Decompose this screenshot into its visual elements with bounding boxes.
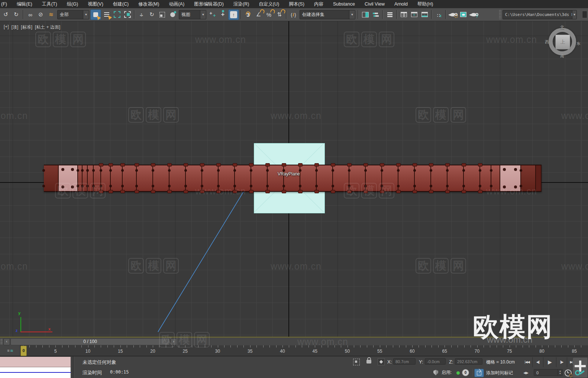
curve-editor-icon[interactable]: ≈ (409, 10, 419, 20)
toolbar-edge-icon[interactable] (578, 10, 588, 20)
key-mode-toggle[interactable]: ◀▶ (523, 371, 529, 375)
bridge-object[interactable] (44, 165, 542, 192)
viewport-top[interactable]: [+][顶][标准][粘土 + 边面] VRayPlane 上 北 南 西 东 (0, 21, 588, 337)
menu-item-arnold[interactable]: Arnold (390, 0, 413, 8)
slider-grip-handle[interactable] (0, 339, 3, 345)
z-coord-field[interactable]: 292.637cm (455, 358, 482, 365)
scatter-tools-icon[interactable]: ::x (434, 10, 444, 20)
keyboard-override-button[interactable]: ↑ (228, 9, 239, 20)
schematic-view-icon[interactable]: ↓ (420, 10, 430, 20)
layer-explorer-icon[interactable] (385, 10, 395, 20)
reference-coordinate-dropdown[interactable]: 视图▼ (179, 10, 206, 19)
viewport-shading-menu[interactable]: [粘土 + 边面] (35, 24, 60, 30)
set-key-button[interactable] (572, 357, 588, 378)
render-setup-icon[interactable] (448, 10, 458, 20)
render-production-icon[interactable] (469, 10, 479, 20)
viewcube[interactable]: 上 北 南 西 东 (547, 27, 577, 56)
previous-frame-button[interactable]: ◀|| (532, 357, 543, 367)
select-and-manipulate-icon[interactable]: + (218, 10, 228, 20)
select-object-button[interactable] (90, 9, 101, 20)
menu-item-content[interactable]: 内容 (309, 0, 328, 8)
use-pivot-center-icon[interactable]: ++ (207, 10, 217, 20)
named-selection-sets-dropdown[interactable]: 创建选择集▼ (300, 10, 355, 19)
viewcube-south-label[interactable]: 南 (560, 54, 564, 59)
select-and-link-icon[interactable]: ∞ (25, 10, 35, 20)
edit-named-selection-sets-icon[interactable]: {/} (288, 10, 298, 20)
play-button[interactable]: ▶ (543, 357, 556, 367)
menu-item-customize[interactable]: 自定义(U) (254, 0, 284, 8)
select-and-rotate-icon[interactable]: ↻ (147, 10, 157, 20)
enable-green-dot[interactable] (456, 371, 460, 375)
maxscript-listener-field[interactable] (0, 367, 71, 378)
menu-item-modifiers[interactable]: 修改器(M) (133, 0, 164, 8)
viewcube-west-label[interactable]: 西 (545, 39, 549, 45)
mirror-icon[interactable] (360, 10, 370, 20)
viewport-pov-menu[interactable]: [顶] (12, 24, 19, 30)
bind-to-space-warp-icon[interactable]: ≋ (46, 10, 56, 20)
project-folder-dropdown[interactable]: C:\Users\Han\Documents\3ds Max 2022▼ (503, 10, 577, 19)
spinner-snap-icon[interactable]: ⇅ (274, 10, 284, 20)
menu-item-graph-editors[interactable]: 图形编辑器(D) (189, 0, 229, 8)
viewcube-east-label[interactable]: 东 (576, 41, 581, 46)
snap-toggle-3d-icon[interactable]: 3 (243, 10, 253, 20)
teapot-icon (462, 14, 465, 16)
bridge-plank (333, 165, 349, 191)
menu-item-help[interactable]: 帮助(H) (413, 0, 438, 8)
selection-filter-dropdown[interactable]: 全部▼ (57, 10, 89, 19)
select-and-move-icon[interactable]: ↔↕ (136, 10, 146, 20)
y-coord-field[interactable]: -0.0cm (425, 358, 446, 365)
percent-snap-icon[interactable]: % (264, 10, 274, 20)
select-and-place-icon[interactable] (168, 10, 178, 20)
time-configuration-icon[interactable] (565, 369, 572, 377)
undo-icon[interactable]: ↺ (1, 10, 11, 20)
rendered-frame-window-icon[interactable] (458, 10, 468, 20)
menu-item-civil-view[interactable]: Civil View (360, 0, 390, 8)
viewcube-top-face[interactable]: 上 (555, 35, 570, 49)
menu-item-views[interactable]: 视图(V) (83, 0, 108, 8)
menu-item-tools[interactable]: 工具(T) (37, 0, 62, 8)
ribbon-toggle-icon[interactable] (399, 10, 409, 20)
time-slider-next-button[interactable]: › (170, 338, 177, 345)
unlink-selection-icon[interactable]: ⊘ (36, 10, 46, 20)
viewport-general-menu[interactable]: [+] (4, 24, 9, 30)
maxscript-macro-recorder-field[interactable] (0, 357, 71, 367)
viewcube-north-label[interactable]: 北 (560, 25, 564, 30)
plank-knob (249, 190, 253, 193)
absolute-mode-icon[interactable] (378, 358, 385, 365)
degradation-zero-icon[interactable]: 0 (462, 369, 469, 376)
rectangular-selection-region-icon[interactable] (112, 10, 122, 20)
time-slider[interactable]: 0 / 100 (10, 338, 170, 345)
time-tag-cube-button[interactable] (474, 369, 484, 377)
frame-tick (464, 345, 465, 348)
current-frame-marker[interactable]: 0 (20, 346, 27, 356)
menu-item-file[interactable]: (F) (0, 0, 12, 8)
add-time-tag-label[interactable]: 添加时间标记 (486, 370, 513, 376)
track-bar[interactable]: ≡ ≈ 0 510152025303540455055606570758085 (0, 345, 588, 356)
window-crossing-toggle-icon[interactable] (122, 10, 132, 20)
menu-item-substance[interactable]: Substance (328, 0, 360, 8)
select-by-name-icon[interactable] (101, 10, 112, 20)
align-icon[interactable] (371, 10, 381, 20)
menu-item-animation[interactable]: 动画(A) (164, 0, 189, 8)
mini-curve-editor-button[interactable]: ≡ ≈ (0, 345, 20, 356)
frame-tick (451, 345, 452, 348)
selection-lock-icon[interactable] (366, 360, 371, 364)
menu-item-group[interactable]: 组(G) (62, 0, 83, 8)
current-frame-field[interactable]: 0 ▲▼ (534, 369, 563, 376)
next-frame-button[interactable]: ||▶ (556, 357, 567, 367)
frame-spinner[interactable]: ▲▼ (558, 369, 562, 375)
redo-icon[interactable]: ↻ (11, 10, 21, 20)
toolbar-drag-handle[interactable] (499, 10, 501, 19)
menu-item-scripting[interactable]: 脚本(S) (284, 0, 309, 8)
menu-item-create[interactable]: 创建(C) (108, 0, 133, 8)
go-to-start-button[interactable]: |◀◀ (522, 357, 532, 367)
adaptive-degradation-shield-icon[interactable] (433, 370, 438, 375)
select-and-scale-icon[interactable] (157, 10, 167, 20)
menu-item-rendering[interactable]: 渲染(R) (229, 0, 254, 8)
menu-item-edit[interactable]: 编辑(E) (12, 0, 37, 8)
angle-snap-icon[interactable]: ∠ (253, 10, 264, 20)
viewport-renderer-menu[interactable]: [标准] (21, 24, 32, 30)
isolate-selection-icon[interactable] (353, 359, 360, 365)
x-coord-field[interactable]: 80.7cm (393, 358, 416, 365)
time-slider-prev-button[interactable]: ‹ (3, 338, 10, 345)
